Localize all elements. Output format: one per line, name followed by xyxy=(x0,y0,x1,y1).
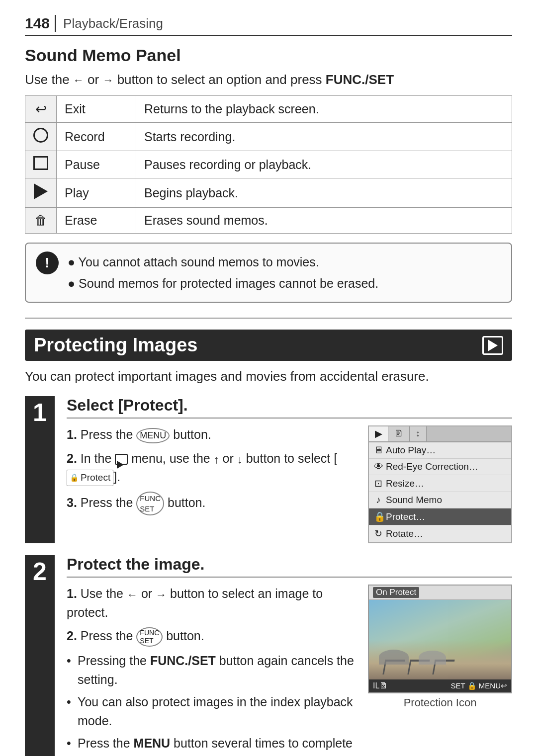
umbrella-2 xyxy=(419,651,446,665)
photo-bottom-right: SET 🔒 MENU↩ xyxy=(451,681,507,690)
step-2-substep-1: 1. Use the ← or → button to select an im… xyxy=(67,585,358,622)
warning-icon: ! xyxy=(36,252,59,274)
or-text-1: or xyxy=(88,72,99,87)
pause-description: Pauses recording or playback. xyxy=(136,151,512,178)
step-2-image-area: 1. Use the ← or → button to select an im… xyxy=(67,585,512,756)
warning-text: ● You cannot attach sound memos to movie… xyxy=(68,252,378,294)
step-1-content: Select [Protect]. 1. Press the MENU butt… xyxy=(67,396,512,543)
protecting-header: Protecting Images xyxy=(25,330,512,361)
photo-mockup: On Protect xyxy=(368,585,512,693)
warning-bullet-1: ● You cannot attach sound memos to movie… xyxy=(68,252,378,273)
table-row: Record Starts recording. xyxy=(25,123,512,151)
autoplay-icon: 🖥 xyxy=(374,445,383,456)
step-2-container: 2 Protect the image. 1. Use the ← or → b… xyxy=(25,555,512,756)
record-icon xyxy=(33,128,48,143)
menu-tabs: ▶ 🖹 ↕ xyxy=(369,426,511,442)
resize-icon: ⊡ xyxy=(374,478,383,489)
sound-memo-intro: Use the ← or → button to select an optio… xyxy=(25,72,512,87)
step-2-text: 1. Use the ← or → button to select an im… xyxy=(67,585,358,756)
protect-menu-item-inline: 🔒 Protect xyxy=(67,470,113,486)
step-2-title: Protect the image. xyxy=(67,555,512,578)
exit-description: Returns to the playback screen. xyxy=(136,96,512,123)
func-set-label: FUNC./SET xyxy=(326,72,394,87)
step-1-menu-mockup: ▶ 🖹 ↕ 🖥 Auto Play… xyxy=(368,425,512,543)
protecting-title: Protecting Images xyxy=(34,335,197,356)
pause-icon-cell xyxy=(25,151,57,178)
play-tab-icon: ▶ xyxy=(375,429,382,439)
play-label: Play xyxy=(57,178,136,208)
table-row: ↩ Exit Returns to the playback screen. xyxy=(25,96,512,123)
step-1-text: 1. Press the MENU button. 2. In the menu… xyxy=(67,425,358,520)
bullet-index: You can also protect images in the index… xyxy=(67,693,358,730)
menu-item-autoplay: 🖥 Auto Play… xyxy=(369,442,511,459)
step-1-substep-3: 3. Press the FUNCSET button. xyxy=(67,492,358,515)
table-row: 🗑 Erase Erases sound memos. xyxy=(25,208,512,234)
pages-icon: 🖹 xyxy=(394,428,403,438)
resize-label: Resize… xyxy=(386,478,424,489)
redeye-label: Red-Eye Correction… xyxy=(386,461,478,472)
warning-bullet-2: ● Sound memos for protected images canno… xyxy=(68,273,378,294)
step-1-substep-1: 1. Press the MENU button. xyxy=(67,425,358,444)
settings-icon: ↕ xyxy=(416,428,420,438)
table-row: Pause Pauses recording or playback. xyxy=(25,151,512,178)
menu-tab-playback: ▶ xyxy=(369,426,388,441)
arrow-left-icon: ← xyxy=(73,74,84,86)
func-set-button-2-icon: FUNCSET xyxy=(136,627,163,647)
umbrella-1 xyxy=(379,650,409,665)
protecting-intro: You can protect important images and mov… xyxy=(25,369,512,384)
play-icon-cell xyxy=(25,178,57,208)
rotate-label: Rotate… xyxy=(386,528,423,539)
exit-icon: ↩ xyxy=(35,101,47,117)
pause-label: Pause xyxy=(57,151,136,178)
bullet-menu: Press the MENU button several times to c… xyxy=(67,734,358,756)
table-row: Play Begins playback. xyxy=(25,178,512,208)
step-2-photo-area: On Protect xyxy=(368,585,512,709)
protect-icon: 🔒 xyxy=(374,511,383,522)
warning-box: ! ● You cannot attach sound memos to mov… xyxy=(25,243,512,303)
exit-icon-cell: ↩ xyxy=(25,96,57,123)
step-1-number: 1 xyxy=(25,396,55,543)
play-tri-inline xyxy=(117,461,124,469)
step-1-substep-2: 2. In the menu, use the ↑ or ↓ button to… xyxy=(67,449,358,487)
play-icon xyxy=(34,183,48,199)
protect-top-label: On Protect xyxy=(373,587,419,598)
menu-item-rotate: ↻ Rotate… xyxy=(369,525,511,542)
play-triangle-icon xyxy=(488,339,498,351)
step-1-container: 1 Select [Protect]. 1. Press the MENU bu… xyxy=(25,396,512,543)
menu-screenshot: ▶ 🖹 ↕ 🖥 Auto Play… xyxy=(368,425,512,543)
step-1-title: Select [Protect]. xyxy=(67,396,512,419)
photo-image xyxy=(369,600,511,679)
playback-icon xyxy=(482,336,503,355)
photo-caption: Protection Icon xyxy=(368,696,512,709)
menu-tab-pages: 🖹 xyxy=(388,426,410,441)
memo-table: ↩ Exit Returns to the playback screen. R… xyxy=(25,95,512,234)
redeye-icon: 👁 xyxy=(374,461,383,472)
arrow-right-icon: → xyxy=(102,74,113,86)
record-icon-cell xyxy=(25,123,57,151)
pause-icon xyxy=(33,156,48,170)
step-2-number: 2 xyxy=(25,555,55,756)
erase-label: Erase xyxy=(57,208,136,234)
menu-item-soundmemo: ♪ Sound Memo xyxy=(369,492,511,508)
exit-label: Exit xyxy=(57,96,136,123)
menu-button-icon: MENU xyxy=(136,428,170,443)
rotate-icon: ↻ xyxy=(374,528,383,539)
bullet-funcset: Pressing the FUNC./SET button again canc… xyxy=(67,652,358,689)
playback-menu-icon xyxy=(115,454,128,465)
soundmemo-label: Sound Memo xyxy=(386,495,442,505)
or-text-2: or xyxy=(141,587,152,600)
sound-memo-title: Sound Memo Panel xyxy=(25,46,512,65)
photo-bottom-left: IL🖺 xyxy=(373,681,387,690)
step-2-bullets: Pressing the FUNC./SET button again canc… xyxy=(67,652,358,756)
erase-icon-cell: 🗑 xyxy=(25,208,57,234)
autoplay-label: Auto Play… xyxy=(386,445,436,456)
step-1-image-area: 1. Press the MENU button. 2. In the menu… xyxy=(67,425,512,543)
menu-tab-settings: ↕ xyxy=(410,426,427,441)
protect-label: Protect… xyxy=(386,511,425,522)
sound-icon: ♪ xyxy=(374,495,383,505)
record-description: Starts recording. xyxy=(136,123,512,151)
sound-memo-section: Sound Memo Panel Use the ← or → button t… xyxy=(25,46,512,303)
on-icon-inline: 🔒 xyxy=(70,472,79,484)
page-number: 148 xyxy=(25,15,56,32)
erase-icon: 🗑 xyxy=(34,213,47,228)
